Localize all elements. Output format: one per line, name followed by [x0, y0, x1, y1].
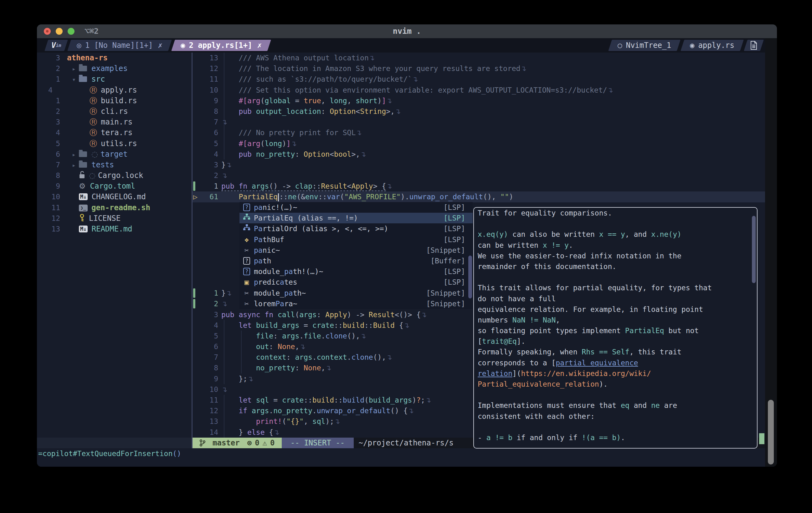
tree-item-apply.rs[interactable]: 4Ⓡapply.rs	[37, 85, 192, 95]
code-token: :	[317, 311, 325, 319]
tree-item-body: ❯_gen-readme.sh	[79, 202, 150, 213]
tab-close-icon[interactable]: ✗	[158, 41, 163, 50]
completion-item[interactable]: ✂panic~[Snippet]	[239, 245, 473, 255]
docs-scrollbar[interactable]	[752, 216, 756, 283]
terminal-scrollbar-thumb[interactable]	[768, 400, 774, 464]
code-text: }↴	[221, 288, 232, 298]
completion-item[interactable]: ✂loremPara~[Snippet]	[239, 298, 473, 309]
code-token: ↴	[325, 364, 331, 372]
code-token: ]	[286, 140, 291, 148]
error-count: 0	[255, 437, 259, 448]
completion-item[interactable]: ?path[Buffer]	[239, 255, 473, 266]
completion-item[interactable]: PartialEq (alias ==, !=)[LSP]	[239, 213, 473, 223]
code-text: };↴	[221, 373, 253, 384]
code-line[interactable]: 11 /// such as `s3://path/to/query/bucke…	[193, 74, 765, 85]
folder-icon	[79, 76, 87, 82]
code-token: ↴	[395, 107, 401, 115]
code-token: PartialEq	[221, 193, 278, 201]
code-token: )	[282, 140, 286, 148]
code-token: ;	[421, 396, 425, 404]
code-token: ,	[295, 342, 299, 351]
code-text: /// Set this option via environment vari…	[221, 85, 613, 95]
tree-item-athena-rs[interactable]: 3athena-rs	[37, 53, 192, 63]
code-token: =	[269, 396, 282, 404]
code-token: {	[395, 321, 404, 329]
docs-line	[474, 422, 757, 432]
popup-scrollbar[interactable]	[468, 255, 472, 298]
rust-file-icon: Ⓡ	[89, 139, 97, 148]
tab-close-icon[interactable]: ✗	[257, 41, 262, 50]
code-token: ::	[312, 182, 321, 190]
tree-item-CHANGELOG.md[interactable]: 10M↓CHANGELOG.md	[37, 191, 192, 202]
code-token: let	[221, 396, 256, 404]
tree-item-LICENSE[interactable]: 12LICENSE	[37, 213, 192, 224]
code-line[interactable]: 3}↴	[193, 159, 765, 170]
code-token: "	[299, 417, 303, 425]
code-token: Option	[329, 107, 356, 115]
chevron-right-icon[interactable]: ▸	[72, 65, 76, 72]
tree-item-src[interactable]: 1▾src	[37, 74, 192, 85]
code-token: ↴	[356, 128, 361, 137]
completion-item[interactable]: PartialOrd (alias >, <, <=, >=)[LSP]	[239, 223, 473, 234]
completion-item[interactable]: ?panic!(…)~[LSP]	[239, 202, 473, 213]
code-token: ).	[401, 193, 409, 201]
code-token: pub async fn	[221, 311, 278, 319]
completion-item[interactable]: ▣predicates[LSP]	[239, 277, 473, 288]
tree-item-Cargo.toml[interactable]: 9⚙Cargo.toml	[37, 181, 192, 191]
code-line[interactable]: 13 /// AWS Athena output location↴	[193, 53, 765, 63]
code-token: arg	[247, 140, 260, 148]
tree-item-tera.rs[interactable]: 4Ⓡtera.rs	[37, 127, 192, 138]
window-label-apply.rs[interactable]: ◉apply.rs	[683, 40, 742, 51]
terminal-window: ⌥⌘2 nvim . Vim ◎1 [No Name][1+]✗◉2 apply…	[37, 24, 777, 467]
tree-item-main.rs[interactable]: 3Ⓡmain.rs	[37, 117, 192, 127]
code-line[interactable]: 6 /// No pretty print for SQL↴	[193, 127, 765, 138]
tree-line-number: 5	[37, 138, 60, 149]
code-line[interactable]: 2↴	[193, 170, 765, 181]
tree-item-examples[interactable]: 2▸examples	[37, 63, 192, 74]
code-line[interactable]: 5 #[arg(long)]↴	[193, 138, 765, 149]
code-token: ↴	[425, 396, 431, 404]
code-token: nic!(…)~	[263, 203, 297, 211]
code-token: Apply	[351, 182, 373, 190]
tab-2[interactable]: ◉2 apply.rs[1+]✗	[173, 40, 269, 51]
tree-item-utils.rs[interactable]: 5Ⓡutils.rs	[37, 138, 192, 149]
code-line[interactable]: 10 /// Set this option via environment v…	[193, 85, 765, 95]
titlebar[interactable]: ⌥⌘2 nvim .	[37, 24, 777, 38]
code-token: :	[273, 332, 282, 340]
code-line[interactable]: 7↴	[193, 117, 765, 127]
tab-1[interactable]: ◎1 [No Name][1+]✗	[69, 40, 170, 51]
code-line[interactable]: 9 #[arg(global = true, long, short)]↴	[193, 95, 765, 106]
completion-item[interactable]: ❖PathBuf[LSP]	[239, 234, 473, 245]
chevron-right-icon[interactable]: ▸	[72, 151, 76, 158]
code-token: ↴	[221, 300, 227, 308]
hexbox-icon: ▣	[242, 277, 251, 288]
completion-item[interactable]: ✂module_path~[Snippet]	[239, 288, 473, 298]
terminal-scrollbar-track[interactable]	[765, 38, 777, 467]
tree-item-cli.rs[interactable]: 2Ⓡcli.rs	[37, 106, 192, 117]
code-line[interactable]: 12 /// The location in Amazon S3 where y…	[193, 63, 765, 74]
tree-item-Cargo.lock[interactable]: 8◌Cargo.lock	[37, 170, 192, 181]
docs-line: Partial_equivalence_relation).	[474, 379, 757, 389]
line-number: 12	[193, 63, 218, 74]
code-line[interactable]: 8 pub output_location: Option<String>,↴	[193, 106, 765, 117]
code-line[interactable]: ▷61 PartialEq::ne(&env::var("AWS_PROFILE…	[193, 191, 765, 202]
chevron-right-icon[interactable]: ▸	[72, 161, 76, 169]
code-token: th	[263, 257, 271, 265]
tree-item-tests[interactable]: 7▸tests	[37, 159, 192, 170]
command-line[interactable]: =copilot#TextQueuedForInsertion()	[37, 448, 765, 459]
code-line[interactable]: 1pub fn args() -> clap::Result<Apply> {↴	[193, 181, 765, 191]
tree-item-gen-readme.sh[interactable]: 11❯_gen-readme.sh	[37, 202, 192, 213]
code-token: :	[295, 150, 303, 158]
code-token: .	[312, 406, 317, 415]
code-token: /// AWS Athena output location	[221, 54, 369, 62]
code-line[interactable]: 4 pub no_pretty: Option<bool>,↴	[193, 149, 765, 159]
tree-item-build.rs[interactable]: 1Ⓡbuild.rs	[37, 95, 192, 106]
line-number: 4	[193, 149, 218, 159]
warning-icon: ⚠	[263, 437, 267, 448]
tree-item-README.md[interactable]: 13M↓README.md	[37, 224, 192, 234]
tree-line-number: 1	[37, 95, 60, 106]
chevron-down-icon[interactable]: ▾	[72, 76, 76, 83]
tree-item-target[interactable]: 6▸◌target	[37, 149, 192, 159]
completion-item[interactable]: ?module_path!(…)~[LSP]	[239, 266, 473, 277]
window-label-nvimtree_1[interactable]: ○NvimTree_1	[610, 40, 679, 51]
